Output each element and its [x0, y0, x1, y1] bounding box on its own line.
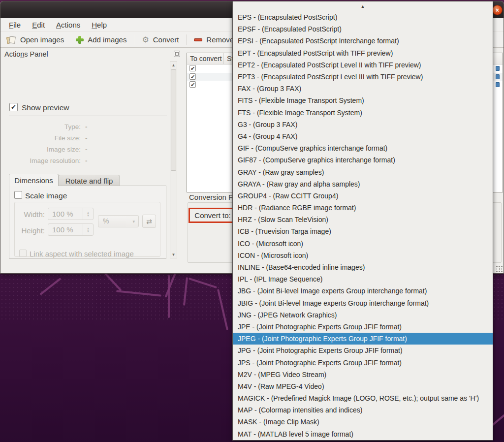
tab-dimensions[interactable]: Dimensions	[9, 174, 59, 186]
format-option[interactable]: JPS - (Joint Photographic Experts Group …	[233, 356, 493, 368]
format-option[interactable]: IPL - (IPL Image Sequence)	[233, 273, 493, 285]
format-option[interactable]: GROUP4 - (Raw CCITT Group4)	[233, 190, 493, 202]
scrollbar-thumb[interactable]	[171, 69, 176, 171]
file-type-icon	[496, 82, 500, 87]
info-row: Image size: -	[14, 144, 123, 155]
format-option[interactable]: JBIG - (Joint Bi-level Image experts Gro…	[233, 297, 493, 309]
height-value: 100 %	[52, 225, 73, 234]
format-option[interactable]: GIF87 - (CompuServe graphics interchange…	[233, 154, 493, 166]
column-to-convert[interactable]: To convert	[187, 53, 224, 64]
format-option[interactable]: JPG - (Joint Photographic Experts Group …	[233, 345, 493, 356]
remove-minus-icon	[194, 38, 202, 41]
format-option[interactable]: G3 - (Group 3 FAX)	[233, 119, 493, 130]
format-dropdown-popup: ▲ EPS - (Encapsulated PostScript)EPSF - …	[232, 1, 493, 441]
menu-item[interactable]: Help	[88, 19, 110, 31]
link-aspect-checkbox[interactable]	[19, 250, 27, 257]
check-icon: ✔	[11, 103, 16, 111]
actions-panel-title: Actions Panel	[4, 50, 48, 58]
width-spinbox[interactable]: 100 % ▴▾	[48, 208, 94, 220]
format-option[interactable]: M2V - (MPEG Video Stream)	[233, 369, 493, 380]
wallpaper-line	[168, 275, 170, 318]
format-option[interactable]: MAGICK - (Predefined Magick Image (LOGO,…	[233, 392, 493, 404]
show-preview-checkbox[interactable]: ✔	[9, 103, 18, 111]
show-preview-label: Show preview	[22, 103, 69, 112]
panel-float-button[interactable]	[174, 51, 180, 57]
format-option[interactable]: EPT3 - (Encapsulated PostScript Level II…	[233, 71, 493, 83]
menu-item[interactable]: File	[5, 19, 24, 31]
format-option[interactable]: GRAYA - (Raw gray and alpha samples)	[233, 178, 493, 190]
scroll-up-icon[interactable]: ▲	[170, 62, 177, 68]
scroll-down-icon[interactable]: ▼	[170, 251, 177, 258]
format-option[interactable]: MASK - (Image Clip Mask)	[233, 416, 493, 428]
window-close-button[interactable]: ×	[492, 5, 503, 15]
format-option[interactable]: G4 - (Group 4 FAX)	[233, 130, 493, 142]
add-plus-icon	[76, 36, 84, 44]
format-option[interactable]: FAX - (Group 3 FAX)	[233, 83, 493, 95]
spinner-arrows[interactable]: ▴▾	[83, 224, 93, 235]
width-label: Width:	[19, 210, 45, 219]
format-option[interactable]: MAT - (MATLAB level 5 image format)	[233, 428, 493, 440]
format-option[interactable]: EPSI - (Encapsulated PostScript Intercha…	[233, 35, 493, 47]
format-option[interactable]: EPT2 - (Encapsulated PostScript Level II…	[233, 59, 493, 71]
row-checkbox[interactable]: ✔	[189, 81, 196, 88]
format-option[interactable]: MAP - (Colormap intensities and indices)	[233, 404, 493, 416]
popup-scroll-up-icon[interactable]: ▲	[233, 1, 493, 11]
convert-button[interactable]: ⚙ Convert	[136, 33, 185, 47]
format-option[interactable]: GIF - (CompuServe graphics interchange f…	[233, 142, 493, 154]
info-label: Type:	[14, 123, 81, 130]
format-option[interactable]: FITS - (Flexible Image Transport System)	[233, 95, 493, 106]
spin-down-icon: ▾	[87, 230, 89, 233]
info-value: -	[85, 123, 88, 130]
tab-rotate-and-flip[interactable]: Rotate and flip	[59, 175, 120, 186]
format-option[interactable]: FTS - (Flexible Image Transport System)	[233, 107, 493, 119]
height-spinbox[interactable]: 100 % ▴▾	[48, 223, 94, 236]
info-row: Type: -	[14, 121, 123, 132]
format-option[interactable]: HRZ - (Slow Scan TeleVision)	[233, 214, 493, 225]
format-option[interactable]: JPE - (Joint Photographic Experts Group …	[233, 321, 493, 333]
height-label: Height:	[19, 226, 45, 235]
format-option[interactable]: JBG - (Joint Bi-level Image experts Grou…	[233, 285, 493, 297]
menu-item[interactable]: Edit	[29, 19, 48, 31]
convert-label: Convert	[153, 35, 179, 44]
separator	[9, 116, 167, 116]
format-option[interactable]: ICB - (Truevision Targa image)	[233, 225, 493, 237]
toolbar-separator	[134, 34, 134, 45]
link-aspect-label: Link aspect with selected image	[30, 250, 134, 258]
scale-image-checkbox[interactable]	[14, 191, 22, 199]
format-option[interactable]: HDR - (Radiance RGBE image format)	[233, 202, 493, 214]
reset-ratio-button[interactable]: ⇄	[142, 215, 156, 228]
format-option[interactable]: JPEG - (Joint Photographic Experts Group…	[233, 333, 493, 345]
format-option[interactable]: GRAY - (Raw gray samples)	[233, 166, 493, 178]
menu-item[interactable]: Actions	[53, 19, 84, 31]
row-checkbox[interactable]: ✔	[189, 65, 196, 71]
format-option[interactable]: ICON - (Microsoft icon)	[233, 250, 493, 261]
info-value: -	[85, 157, 88, 164]
format-option[interactable]: ICO - (Microsoft icon)	[233, 238, 493, 250]
format-option[interactable]: INLINE - (Base64-encoded inline images)	[233, 261, 493, 273]
convert-to-label-highlighted: Convert to:	[189, 208, 237, 223]
format-option[interactable]: EPS - (Encapsulated PostScript)	[233, 11, 493, 23]
add-images-label: Add images	[88, 35, 126, 44]
add-images-button[interactable]: Add images	[70, 33, 132, 47]
row-checkbox[interactable]: ✔	[189, 73, 196, 80]
desktop: × FileEditActionsHelp Open images Add im…	[0, 0, 504, 442]
format-options-list: EPS - (Encapsulated PostScript)EPSF - (E…	[233, 11, 493, 440]
gear-icon: ⚙	[142, 36, 149, 44]
format-option[interactable]: JNG - (JPEG Network Graphics)	[233, 309, 493, 321]
chevron-down-icon: ▾	[132, 216, 135, 227]
close-icon: ×	[496, 7, 499, 13]
width-value: 100 %	[52, 210, 73, 218]
window-resize-grip[interactable]	[496, 265, 503, 273]
format-option[interactable]: EPSF - (Encapsulated PostScript)	[233, 23, 493, 35]
swap-icon: ⇄	[146, 218, 152, 225]
open-images-button[interactable]: Open images	[0, 33, 70, 47]
spinner-arrows[interactable]: ▴▾	[83, 208, 93, 220]
unit-value: %	[103, 217, 109, 225]
panel-scrollbar[interactable]: ▲ ▼	[170, 61, 177, 258]
image-info: Type: - File size: - Image size: - Image…	[14, 121, 123, 166]
format-option[interactable]: M4V - (Raw MPEG-4 Video)	[233, 380, 493, 392]
open-images-icon	[6, 35, 16, 44]
info-row: Image resolution: -	[14, 155, 123, 166]
format-option[interactable]: EPT - (Encapsulated PostScript with TIFF…	[233, 47, 493, 59]
unit-combobox[interactable]: % ▾	[98, 215, 139, 227]
